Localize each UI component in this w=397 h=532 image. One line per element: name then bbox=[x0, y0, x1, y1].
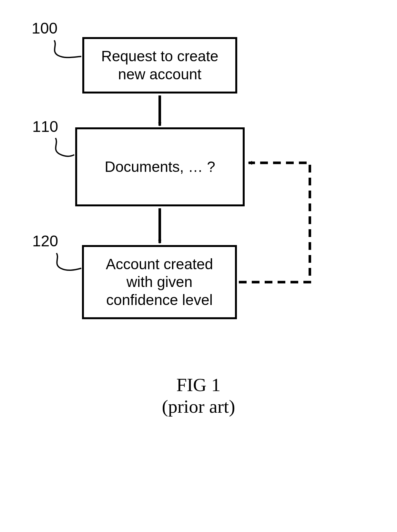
flow-box-100-text: Request to create new account bbox=[101, 47, 218, 83]
flow-box-110-text: Documents, … ? bbox=[105, 158, 215, 176]
ref-label-100: 100 bbox=[32, 19, 57, 37]
arrow-120-to-110-feedback bbox=[239, 163, 310, 282]
flow-box-120: Account created with given confidence le… bbox=[82, 245, 237, 319]
lead-line-110 bbox=[56, 138, 74, 156]
diagram-canvas: 100 110 120 Request to create new accoun… bbox=[0, 0, 397, 532]
figure-caption: FIG 1 (prior art) bbox=[0, 374, 397, 417]
figure-caption-line1: FIG 1 bbox=[0, 374, 397, 396]
ref-label-110: 110 bbox=[32, 118, 58, 135]
lead-line-120 bbox=[56, 253, 81, 270]
flow-box-110: Documents, … ? bbox=[75, 127, 245, 206]
lead-line-100 bbox=[54, 40, 81, 57]
figure-caption-line2: (prior art) bbox=[0, 396, 397, 417]
flow-box-100: Request to create new account bbox=[82, 37, 237, 94]
ref-label-120: 120 bbox=[32, 232, 58, 250]
flow-box-120-text: Account created with given confidence le… bbox=[106, 255, 213, 309]
